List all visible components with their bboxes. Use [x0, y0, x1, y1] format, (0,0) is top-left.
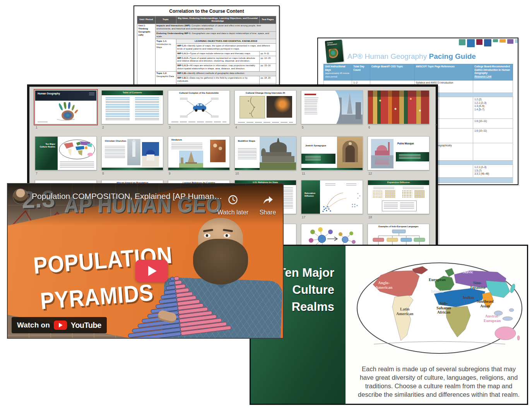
youtube-embed[interactable]: 2.3 AP HUMAN GEO — [7, 183, 284, 339]
color-tabs — [457, 39, 518, 47]
dot-diagram — [402, 190, 412, 198]
slide-thumbnail-5[interactable] — [301, 90, 363, 124]
toc-links-column — [135, 98, 159, 121]
dot-diagram — [373, 190, 383, 198]
church-body — [147, 154, 154, 161]
slide-thumbnail-17[interactable]: Relocation Diffusion — [301, 180, 363, 214]
row-imp-1b: IMP-1.B—Identify different methods of ge… — [176, 71, 276, 76]
row-imp-1a: IMP-1.A—Identify types of maps, the type… — [176, 44, 276, 51]
share-button[interactable]: Share — [254, 195, 282, 216]
plus-indicator: + — [435, 123, 437, 127]
dot-diagram — [414, 190, 424, 198]
small-stupa — [261, 148, 266, 156]
minaret — [388, 142, 390, 155]
blue-dome — [146, 150, 155, 154]
unit-cell: Unit 1: Thinking Geographi- cally — [137, 24, 156, 91]
tab-swatch — [493, 39, 498, 42]
slide-number: 8 — [102, 171, 104, 175]
caption-line — [171, 122, 226, 122]
realm-label-southeast-asian: Southeast Asian — [477, 299, 494, 308]
slide-number: 18 — [368, 215, 372, 219]
row-imp-1a1: IMP-1.A.1—Types of maps include referenc… — [176, 51, 259, 56]
galileo-cell: 1.6 (10–11) — [473, 129, 513, 143]
legend-box — [382, 201, 417, 211]
diagram-label — [403, 187, 424, 189]
tab-swatch — [467, 39, 475, 47]
culture-realms-slide: Ten Major Culture Realms Anglo- American… — [250, 245, 528, 405]
pages-cell: pp. 15–16 — [259, 63, 276, 71]
pages-cell: pp. 18, 20 — [259, 76, 276, 84]
realm-label-slavic: Slavic — [463, 270, 473, 274]
slide-thumbnail-7[interactable]: Ten Major Culture Realms — [35, 136, 97, 170]
play-button[interactable] — [135, 260, 168, 282]
rose-window — [349, 142, 352, 145]
header-smalltext — [89, 93, 94, 95]
small-tower — [181, 158, 183, 164]
slide-number: 1 — [36, 125, 38, 129]
building — [356, 102, 361, 119]
slide-thumbnail-8[interactable]: Christian Churches — [101, 136, 163, 170]
slide-number: 10 — [235, 171, 239, 175]
col-header-big-ideas: Big Ideas, Enduring Understandings, Lear… — [176, 16, 259, 24]
textbook-cover-thumbnail: HUMAN GEOGRAPHY — [325, 39, 344, 63]
row-imp-1a3: IMP-1.A.3—All maps are selective in info… — [176, 63, 259, 71]
green-footer-bar — [102, 168, 163, 170]
imp-band: Impacts and Interactions (IMP): Complex … — [155, 24, 276, 31]
slide-thumbnail-10[interactable]: Buddhist Stupa — [234, 136, 296, 170]
stupa-dome — [270, 142, 287, 152]
figure — [219, 147, 222, 150]
col-header-galileo: College Board-RecommendedGalileo Introdu… — [473, 64, 513, 81]
lo-header: LEARNING OBJECTIVES AND ESSENTIAL KNOWLE… — [176, 39, 276, 44]
slide-thumbnail-12[interactable]: Putra Mosque — [368, 136, 429, 170]
col-header-unit: Unit / Period — [137, 16, 156, 24]
realm-label-sub-saharan: Sub- Saharan African — [436, 301, 451, 315]
automobile-diagram — [176, 97, 222, 118]
eu-band: Enduring Understanding IMP-1: Geographer… — [155, 31, 276, 39]
slide-number: 3 — [169, 125, 171, 129]
people-photo — [210, 140, 226, 162]
slide-thumbnail-1[interactable]: Human Geography — [35, 90, 97, 124]
resource-link[interactable]: Resource Link — [474, 75, 491, 78]
realm-label-european: European — [429, 278, 446, 282]
gopuram-tower — [188, 151, 195, 163]
realm-label-latin-american: Latin American — [396, 307, 413, 316]
doorway — [346, 145, 355, 162]
watch-later-button[interactable]: Watch later — [210, 195, 256, 216]
slide-thumbnail-4[interactable]: Cultural Change Along Interstate 25 — [234, 90, 296, 124]
slide-number: 9 — [169, 171, 171, 175]
video-title-link[interactable]: Population COMPOSITION, Explained [AP Hu… — [32, 192, 222, 201]
galileo-cell: 1.2.1 (2–3) 1.5 (7) 3.3.1 (46–48) — [473, 165, 513, 178]
slide-thumbnail-6[interactable] — [368, 90, 429, 124]
map-image — [239, 96, 265, 118]
tab-swatch — [476, 39, 482, 45]
slide-thumbnail-2[interactable]: Table of Contents — [101, 90, 163, 124]
slide-number: 17 — [302, 215, 305, 219]
handprint-icon — [328, 48, 339, 59]
caption-line — [238, 122, 293, 123]
watch-on-youtube-button[interactable]: Watch on YouTube — [12, 317, 107, 333]
channel-avatar[interactable] — [13, 189, 28, 204]
dot-diagram — [385, 190, 395, 198]
green-banner — [396, 152, 429, 161]
slide-thumbnail-3[interactable]: Cultural Complex of the Automobile — [168, 90, 230, 124]
slide-number: 12 — [368, 171, 372, 175]
mosque-photo — [371, 139, 393, 168]
diagram-label — [373, 187, 394, 189]
slide-thumbnail-11[interactable]: Jewish Synagogue — [301, 136, 363, 170]
pacing-guide-title: AP® Human Geography Pacing Guide — [347, 52, 476, 61]
host-eye — [204, 233, 210, 238]
book-title: HUMAN GEOGRAPHY — [327, 41, 342, 46]
footer-line — [38, 122, 48, 122]
row-imp-1b1: IMP-1.B.1—Data may be gathered in the fi… — [176, 76, 259, 84]
correlation-table: Unit / Period Topic Big Ideas, Enduring … — [137, 16, 276, 91]
tab-swatch — [484, 39, 491, 46]
church-photo — [127, 139, 140, 165]
toc-links-column — [106, 98, 130, 121]
realm-label-islamic: Islamic — [431, 289, 444, 294]
slide-thumbnail-18[interactable]: Expansion Diffusion — [368, 180, 429, 214]
slide-thumbnail-9[interactable]: Hinduism — [168, 136, 230, 170]
text-lines — [238, 148, 257, 160]
city-photo — [330, 91, 363, 124]
tab-swatch — [499, 39, 506, 43]
col-header-pages: Text Pages — [259, 16, 276, 24]
